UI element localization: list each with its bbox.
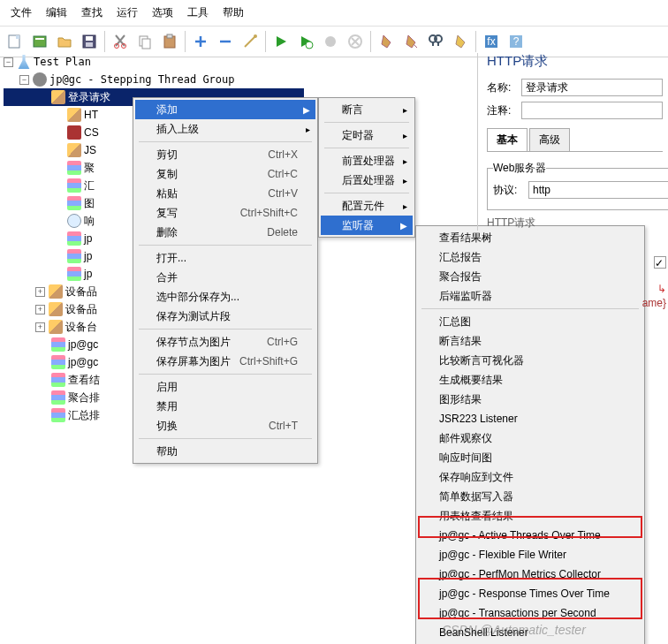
submenu-postproc[interactable]: 后置处理器▸: [321, 170, 413, 190]
listener-item[interactable]: 比较断言可视化器: [418, 351, 642, 370]
svg-rect-2: [34, 36, 46, 47]
submenu-timer[interactable]: 定时器▸: [321, 125, 413, 145]
expand-icon[interactable]: +: [35, 305, 45, 314]
open-icon[interactable]: [53, 30, 76, 53]
collapse-icon[interactable]: −: [19, 75, 29, 85]
chart-icon: [67, 178, 81, 193]
menu-insert-parent[interactable]: 插入上级▸: [135, 119, 315, 139]
start-notimer-icon[interactable]: [294, 30, 317, 53]
menu-copy[interactable]: 复制Ctrl+C: [135, 164, 315, 184]
comment-label: 注释:: [487, 103, 521, 118]
stop-icon[interactable]: [319, 30, 342, 53]
plus-icon[interactable]: [189, 30, 212, 53]
clear-all-icon[interactable]: [399, 30, 422, 53]
tree-label: 汇总排: [68, 408, 100, 423]
expand-icon[interactable]: +: [35, 287, 45, 297]
menu-delete[interactable]: 删除Delete: [135, 223, 315, 242]
chart-icon: [51, 408, 65, 422]
menu-cut[interactable]: 剪切Ctrl+X: [135, 145, 315, 164]
menu-help[interactable]: 帮助: [216, 2, 251, 24]
submenu-preproc[interactable]: 前置处理器▸: [321, 151, 413, 170]
tab-advanced[interactable]: 高级: [529, 128, 570, 151]
tree-label: jp: [84, 232, 92, 245]
listener-item[interactable]: 聚合报告: [418, 267, 642, 286]
listener-item[interactable]: jp@gc - Flexible File Writer: [418, 545, 642, 564]
shutdown-icon[interactable]: [344, 30, 367, 53]
paste-icon[interactable]: [158, 30, 181, 53]
chart-icon: [51, 337, 65, 352]
tree-root[interactable]: − Test Plan: [4, 53, 304, 71]
listener-item[interactable]: jp@gc - Response Times Over Time: [418, 584, 642, 603]
submenu-assertion[interactable]: 断言▸: [321, 100, 413, 119]
listener-item[interactable]: 保存响应到文件: [418, 467, 642, 487]
code-snippet: ame}: [642, 297, 666, 309]
menu-enable[interactable]: 启用: [135, 377, 315, 397]
tree-thread-group[interactable]: − jp@gc - Stepping Thread Group: [4, 71, 304, 88]
submenu-listener[interactable]: 监听器▶: [321, 216, 413, 235]
menu-help[interactable]: 帮助: [135, 442, 315, 461]
listener-item[interactable]: 简单数据写入器: [418, 487, 642, 506]
tree-label: jp: [84, 268, 92, 280]
listener-item[interactable]: 用表格查看结果: [418, 506, 642, 526]
listener-item[interactable]: BeanShell Listener: [418, 623, 642, 642]
webserver-group: Web服务器 协议:: [487, 161, 668, 210]
menu-disable[interactable]: 禁用: [135, 397, 315, 416]
listener-item[interactable]: jp@gc - Transactions per Second: [418, 603, 642, 623]
menu-file[interactable]: 文件: [4, 2, 39, 24]
name-input[interactable]: [521, 79, 663, 96]
listener-item[interactable]: jp@gc - PerfMon Metrics Collector: [418, 564, 642, 584]
cut-icon[interactable]: [109, 30, 132, 53]
menu-save-fragment[interactable]: 保存为测试片段: [135, 307, 315, 326]
search-icon[interactable]: [424, 30, 447, 53]
start-icon[interactable]: [269, 30, 292, 53]
copy-icon[interactable]: [133, 30, 156, 53]
listener-item[interactable]: JSR223 Listener: [418, 409, 642, 428]
listener-item[interactable]: jp@gc - Active Threads Over Time: [418, 526, 642, 545]
menu-options[interactable]: 选项: [145, 2, 180, 24]
menu-duplicate[interactable]: 复写Ctrl+Shift+C: [135, 203, 315, 223]
listener-item[interactable]: 邮件观察仪: [418, 428, 642, 448]
comment-input[interactable]: [521, 102, 663, 119]
tab-basic[interactable]: 基本: [487, 128, 528, 151]
properties-panel: HTTP请求 名称: 注释: 基本 高级 Web服务器 协议: HTTP请求: [477, 53, 663, 231]
help-icon[interactable]: ?: [505, 30, 528, 53]
listener-item[interactable]: 汇总报告: [418, 247, 642, 267]
listener-item[interactable]: 生成概要结果: [418, 370, 642, 390]
clear-icon[interactable]: [375, 30, 398, 53]
menu-save-node-img[interactable]: 保存节点为图片Ctrl+G: [135, 332, 315, 352]
listener-item[interactable]: 断言结果: [418, 331, 642, 351]
listener-item[interactable]: 响应时间图: [418, 448, 642, 467]
tree-label: 设备台: [65, 320, 97, 335]
checkbox[interactable]: ✓: [654, 256, 666, 269]
listener-item[interactable]: 汇总图: [418, 312, 642, 331]
function-icon[interactable]: fx: [480, 30, 503, 53]
protocol-input[interactable]: [528, 181, 668, 199]
menu-toggle[interactable]: 切换Ctrl+T: [135, 416, 315, 436]
new-icon[interactable]: [4, 30, 27, 53]
menu-open[interactable]: 打开...: [135, 248, 315, 268]
expand-icon[interactable]: +: [35, 322, 45, 332]
wand-icon[interactable]: [239, 30, 262, 53]
chart-icon: [67, 231, 81, 246]
menu-save-selection[interactable]: 选中部分保存为...: [135, 287, 315, 307]
menu-run[interactable]: 运行: [110, 2, 145, 24]
tree-label: 设备品: [65, 284, 97, 299]
menu-save-screen-img[interactable]: 保存屏幕为图片Ctrl+Shift+G: [135, 352, 315, 371]
listener-item[interactable]: 图形结果: [418, 390, 642, 409]
menu-add[interactable]: 添加▶: [135, 100, 315, 119]
menu-tools[interactable]: 工具: [180, 2, 216, 24]
menu-merge[interactable]: 合并: [135, 268, 315, 287]
menu-search[interactable]: 查找: [74, 2, 110, 24]
save-icon[interactable]: [78, 30, 101, 53]
svg-point-13: [254, 34, 257, 38]
minus-icon[interactable]: [214, 30, 237, 53]
menu-edit[interactable]: 编辑: [39, 2, 74, 24]
listener-item[interactable]: 后端监听器: [418, 286, 642, 306]
listener-item[interactable]: 查看结果树: [418, 228, 642, 247]
reset-search-icon[interactable]: [449, 30, 472, 53]
submenu-config[interactable]: 配置元件▸: [321, 196, 413, 216]
templates-icon[interactable]: [28, 30, 51, 53]
tree-label: JS: [84, 144, 96, 156]
collapse-icon[interactable]: −: [4, 57, 13, 67]
menu-paste[interactable]: 粘贴Ctrl+V: [135, 184, 315, 203]
